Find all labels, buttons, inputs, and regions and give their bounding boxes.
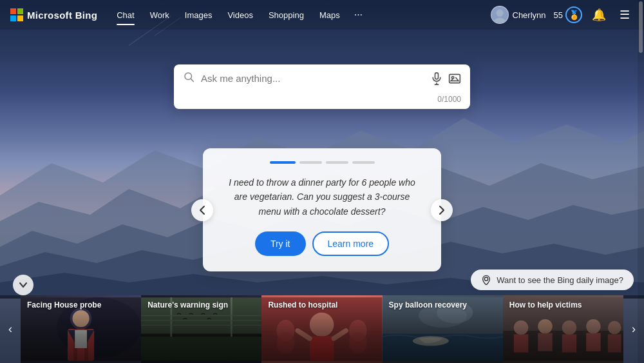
svg-point-14 xyxy=(485,277,488,280)
svg-rect-9 xyxy=(435,72,439,79)
news-card-3[interactable]: Rushed to hospital xyxy=(261,295,382,363)
nav-videos[interactable]: Videos xyxy=(221,6,260,24)
nav-shopping[interactable]: Shopping xyxy=(262,6,310,24)
reward-count: 55 xyxy=(554,10,563,20)
microsoft-logo xyxy=(10,8,23,21)
bing-image-prompt[interactable]: Want to see the Bing daily image? xyxy=(471,270,634,290)
user-section[interactable]: Cherlynn xyxy=(491,6,546,24)
location-icon xyxy=(481,275,491,285)
nav-more[interactable]: ··· xyxy=(349,6,368,23)
news-card-1-title: Facing House probe xyxy=(27,300,135,311)
news-card-4[interactable]: Spy balloon recovery xyxy=(383,295,503,363)
news-prev-button[interactable]: ‹ xyxy=(0,295,21,363)
search-container: 0/1000 xyxy=(174,64,470,109)
nav-right: Cherlynn 55 🏅 🔔 ☰ xyxy=(491,6,634,24)
logo[interactable]: Microsoft Bing xyxy=(10,8,97,21)
search-icon xyxy=(183,71,194,86)
news-card-3-title: Rushed to hospital xyxy=(268,300,375,311)
news-strip: ‹ Facing xyxy=(0,295,644,363)
scrollbar[interactable] xyxy=(638,0,644,363)
search-box: 0/1000 xyxy=(174,64,470,109)
news-card-5[interactable]: How to help victims xyxy=(503,295,623,363)
nav-images[interactable]: Images xyxy=(178,6,219,24)
user-name: Cherlynn xyxy=(513,10,546,20)
progress-dot-3 xyxy=(326,161,348,164)
scroll-down-area xyxy=(13,275,33,295)
reward-badge[interactable]: 55 🏅 xyxy=(554,6,582,23)
scrollbar-thumb[interactable] xyxy=(639,1,643,53)
news-card-2-title: Nature's warning sign xyxy=(147,300,255,311)
search-input[interactable] xyxy=(201,73,424,84)
bing-prompt-text: Want to see the Bing daily image? xyxy=(497,275,623,285)
card-next-button[interactable] xyxy=(431,199,453,221)
search-actions xyxy=(430,72,461,85)
nav-links: Chat Work Images Videos Shopping Maps ··… xyxy=(110,6,490,24)
voice-search-button[interactable] xyxy=(430,72,443,85)
suggestion-text: I need to throw a dinner party for 6 peo… xyxy=(222,175,422,219)
card-prev-button[interactable] xyxy=(191,199,213,221)
svg-point-6 xyxy=(493,18,506,23)
progress-dot-2 xyxy=(299,161,322,164)
scroll-down-button[interactable] xyxy=(13,275,33,295)
navbar: Microsoft Bing Chat Work Images Videos S… xyxy=(0,0,644,30)
progress-dot-1 xyxy=(270,161,296,164)
learn-more-button[interactable]: Learn more xyxy=(312,231,390,256)
notification-button[interactable]: 🔔 xyxy=(590,6,608,24)
progress-dots xyxy=(222,161,422,164)
svg-point-5 xyxy=(496,10,503,17)
nav-chat[interactable]: Chat xyxy=(110,6,140,24)
logo-text: Microsoft Bing xyxy=(27,10,97,21)
svg-rect-12 xyxy=(450,74,460,83)
card-buttons: Try it Learn more xyxy=(222,231,422,256)
news-card-1[interactable]: Facing House probe xyxy=(21,295,141,363)
svg-line-8 xyxy=(191,79,193,81)
news-card-2[interactable]: Nature's warning sign xyxy=(141,295,261,363)
nav-work[interactable]: Work xyxy=(144,6,176,24)
news-card-5-title: How to help victims xyxy=(509,300,617,311)
search-input-row xyxy=(174,64,470,92)
news-card-4-title: Spy balloon recovery xyxy=(389,300,497,311)
progress-dot-4 xyxy=(352,161,375,164)
search-counter: 0/1000 xyxy=(174,92,470,109)
menu-button[interactable]: ☰ xyxy=(616,6,634,24)
reward-icon: 🏅 xyxy=(565,6,582,23)
image-search-button[interactable] xyxy=(448,72,461,85)
avatar xyxy=(491,6,509,24)
try-it-button[interactable]: Try it xyxy=(255,231,306,256)
nav-maps[interactable]: Maps xyxy=(313,6,346,24)
suggestion-card: I need to throw a dinner party for 6 peo… xyxy=(203,148,441,271)
